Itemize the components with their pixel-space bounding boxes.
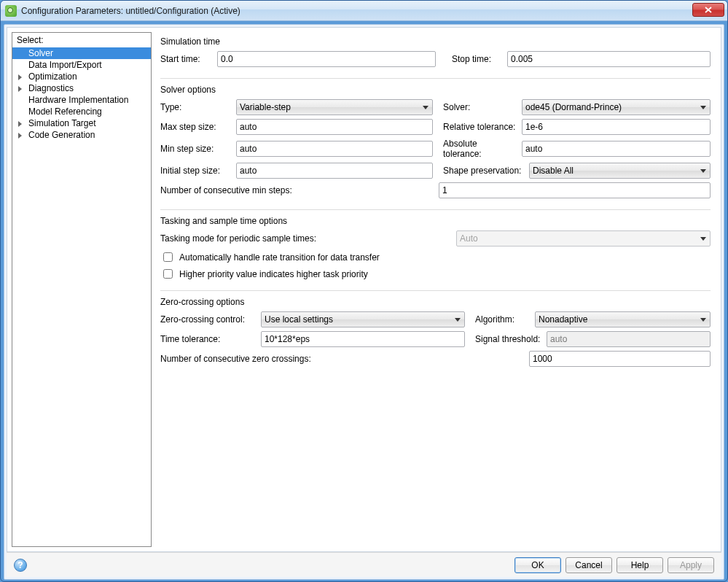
solver-select[interactable]: ode45 (Dormand-Prince): [522, 99, 711, 115]
auto-rate-checkbox[interactable]: [163, 252, 173, 262]
sidebar-item-code-generation[interactable]: Code Generation: [12, 129, 151, 141]
group-title: Tasking and sample time options: [160, 216, 711, 226]
min-step-label: Min step size:: [160, 144, 232, 154]
group-tasking: Tasking and sample time options Tasking …: [160, 216, 711, 291]
stop-time-label: Stop time:: [452, 54, 503, 64]
sidebar-item-label: Diagnostics: [28, 83, 74, 93]
group-solver-options: Solver options Type: Variable-step Solve…: [160, 85, 711, 210]
button-bar: ? OK Cancel Help Apply: [7, 552, 721, 577]
sig-thresh-label: Signal threshold:: [475, 334, 542, 344]
sidebar-item-label: Simulation Target: [28, 118, 96, 128]
window-body: Select: Solver Data Import/Export Optimi…: [4, 24, 724, 580]
app-icon: [5, 5, 17, 17]
group-zero-crossing: Zero-crossing options Zero-crossing cont…: [160, 297, 711, 378]
sidebar-item-hardware-implementation[interactable]: Hardware Implementation: [12, 94, 151, 106]
auto-rate-label: Automatically handle rate transition for…: [179, 252, 380, 263]
abs-tol-label: Absolute tolerance:: [443, 139, 517, 159]
consec-min-label: Number of consecutive min steps:: [160, 185, 434, 195]
priority-checkbox-row[interactable]: Higher priority value indicates higher t…: [160, 267, 711, 281]
consec-min-input[interactable]: [439, 182, 711, 198]
group-title: Zero-crossing options: [160, 297, 711, 307]
ok-button[interactable]: OK: [514, 557, 561, 573]
sidebar[interactable]: Select: Solver Data Import/Export Optimi…: [12, 32, 152, 547]
rel-tol-input[interactable]: [522, 119, 711, 135]
sidebar-item-label: Optimization: [28, 71, 77, 82]
zc-consec-label: Number of consecutive zero crossings:: [160, 354, 525, 364]
tasking-mode-label: Tasking mode for periodic sample times:: [160, 233, 452, 244]
max-step-input[interactable]: [236, 119, 433, 135]
apply-button[interactable]: Apply: [668, 557, 714, 573]
min-step-input[interactable]: [236, 141, 433, 157]
sidebar-header: Select:: [12, 33, 151, 47]
type-label: Type:: [160, 102, 232, 112]
sidebar-item-solver[interactable]: Solver: [12, 47, 151, 59]
stop-time-input[interactable]: [507, 51, 711, 67]
shape-select[interactable]: Disable All: [529, 163, 711, 179]
sidebar-item-label: Model Referencing: [28, 106, 102, 117]
sidebar-item-data-import-export[interactable]: Data Import/Export: [12, 59, 151, 71]
solver-label: Solver:: [443, 102, 517, 112]
zc-algo-label: Algorithm:: [475, 314, 531, 325]
sidebar-item-optimization[interactable]: Optimization: [12, 71, 151, 82]
abs-tol-input[interactable]: [522, 141, 711, 157]
content-area: Select: Solver Data Import/Export Optimi…: [7, 27, 721, 552]
close-button[interactable]: [692, 3, 724, 17]
zc-consec-input[interactable]: [529, 351, 711, 367]
zc-control-label: Zero-crossing control:: [160, 314, 257, 325]
max-step-label: Max step size:: [160, 122, 232, 132]
help-button[interactable]: Help: [617, 557, 663, 573]
zc-algo-select[interactable]: Nonadaptive: [535, 311, 711, 327]
type-select[interactable]: Variable-step: [236, 99, 433, 115]
sidebar-item-label: Hardware Implementation: [28, 95, 128, 105]
time-tol-label: Time tolerance:: [160, 334, 257, 344]
group-simulation-time: Simulation time Start time: Stop time:: [160, 36, 711, 79]
rel-tol-label: Relative tolerance:: [443, 122, 517, 132]
window-title: Configuration Parameters: untitled/Confi…: [21, 6, 240, 16]
tasking-mode-select: Auto: [456, 230, 711, 247]
sidebar-item-label: Solver: [28, 48, 53, 58]
start-time-input[interactable]: [217, 51, 436, 67]
titlebar[interactable]: Configuration Parameters: untitled/Confi…: [1, 1, 727, 21]
start-time-label: Start time:: [160, 54, 213, 64]
sidebar-item-model-referencing[interactable]: Model Referencing: [12, 106, 151, 117]
help-icon[interactable]: ?: [14, 559, 27, 572]
shape-label: Shape preservation:: [443, 166, 525, 176]
sidebar-item-label: Data Import/Export: [28, 60, 102, 70]
zc-control-select[interactable]: Use local settings: [261, 311, 465, 327]
cancel-button[interactable]: Cancel: [565, 557, 612, 573]
time-tol-input[interactable]: [261, 331, 465, 347]
priority-checkbox[interactable]: [163, 269, 173, 279]
init-step-label: Initial step size:: [160, 166, 232, 176]
auto-rate-checkbox-row[interactable]: Automatically handle rate transition for…: [160, 250, 711, 264]
init-step-input[interactable]: [236, 163, 433, 179]
main-panel: Simulation time Start time: Stop time: S…: [156, 28, 721, 551]
sig-thresh-input: [547, 331, 711, 347]
sidebar-item-label: Code Generation: [28, 130, 95, 140]
priority-label: Higher priority value indicates higher t…: [179, 269, 368, 279]
group-title: Simulation time: [160, 36, 711, 47]
group-title: Solver options: [160, 85, 711, 95]
sidebar-item-simulation-target[interactable]: Simulation Target: [12, 117, 151, 129]
sidebar-item-diagnostics[interactable]: Diagnostics: [12, 82, 151, 94]
close-icon: [705, 7, 712, 13]
